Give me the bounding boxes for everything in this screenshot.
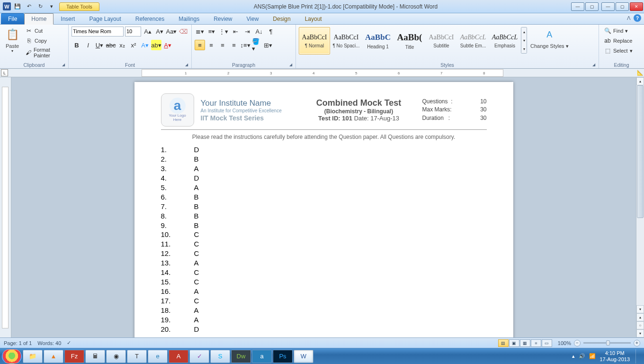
vertical-scrollbar[interactable]: ▴ ▾ ▴ ○ ▾ <box>636 77 644 337</box>
decrease-indent-button[interactable]: ⇤ <box>230 26 241 36</box>
save-button[interactable]: 💾 <box>13 2 22 11</box>
highlight-button[interactable]: ab▾ <box>151 40 161 50</box>
change-styles-button[interactable]: A Change Styles ▾ <box>528 26 571 50</box>
tab-layout[interactable]: Layout <box>298 13 329 24</box>
proofing-icon[interactable]: ✓ <box>67 340 71 346</box>
web-layout-view[interactable]: ▦ <box>520 339 530 347</box>
grow-font-button[interactable]: A▴ <box>143 26 153 36</box>
scroll-up-button[interactable]: ▴ <box>636 77 644 85</box>
paste-button[interactable]: 📋 Paste ▾ <box>3 26 22 54</box>
zoom-out-button[interactable]: − <box>574 340 581 346</box>
taskbar-filezilla[interactable]: Fz <box>64 350 84 363</box>
format-painter-button[interactable]: 🖌Format Painter <box>23 46 65 59</box>
taskbar-explorer[interactable]: 📁 <box>23 350 43 363</box>
find-button[interactable]: 🔍Find ▾ <box>602 26 635 36</box>
scroll-down-button[interactable]: ▾ <box>636 305 644 313</box>
doc-restore-button[interactable]: ▢ <box>585 2 599 11</box>
taskbar-app-a[interactable]: A <box>169 350 188 363</box>
tab-mailings[interactable]: Mailings <box>171 13 206 24</box>
line-spacing-button[interactable]: ↕≡▾ <box>240 40 250 50</box>
outline-view[interactable]: ≡ <box>531 339 541 347</box>
tab-review[interactable]: Review <box>206 13 239 24</box>
tray-show-hidden-icons[interactable]: ▴ <box>572 353 575 359</box>
select-browse-object[interactable]: ○ <box>636 321 644 329</box>
full-screen-view[interactable]: ▣ <box>509 339 519 347</box>
taskbar-dreamweaver[interactable]: Dw <box>231 350 251 363</box>
borders-button[interactable]: ⊞▾ <box>263 40 273 50</box>
vertical-ruler[interactable] <box>0 77 11 337</box>
clear-formatting-button[interactable]: ⌫ <box>178 26 188 36</box>
font-size-combo[interactable] <box>125 27 141 36</box>
draft-view[interactable]: ▭ <box>542 339 552 347</box>
browse-prev-button[interactable]: ▴ <box>636 313 644 321</box>
print-layout-view[interactable]: ▤ <box>498 339 509 347</box>
minimize-button[interactable]: — <box>601 2 615 11</box>
maximize-button[interactable]: ▢ <box>616 2 629 11</box>
show-hide-button[interactable]: ¶ <box>266 26 276 36</box>
zoom-slider-thumb[interactable] <box>606 340 610 346</box>
taskbar-app-blue[interactable]: a <box>252 350 272 363</box>
tab-file[interactable]: File <box>1 13 24 24</box>
justify-button[interactable]: ≡ <box>229 40 239 50</box>
style-normal[interactable]: AaBbCcI¶ Normal <box>299 27 330 55</box>
strikethrough-button[interactable]: abc <box>106 40 116 50</box>
clipboard-dialog-launcher[interactable]: ◢ <box>62 63 67 67</box>
taskbar-word[interactable]: W <box>294 350 313 363</box>
style-emphasis[interactable]: AaBbCcLEmphasis <box>489 27 520 55</box>
taskbar-vlc[interactable]: ▲ <box>44 350 63 363</box>
taskbar-calculator[interactable]: 🖩 <box>85 350 105 363</box>
copy-button[interactable]: ⎘Copy <box>23 36 65 46</box>
word-count[interactable]: Words: 40 <box>37 340 61 346</box>
taskbar-tally[interactable]: T <box>127 350 147 363</box>
zoom-in-button[interactable]: + <box>634 340 640 346</box>
taskbar-photoshop[interactable]: Ps <box>273 350 293 363</box>
undo-button[interactable]: ↶ <box>24 2 34 11</box>
text-effects-button[interactable]: A▾ <box>140 40 150 50</box>
paragraph-dialog-launcher[interactable]: ◢ <box>289 63 294 67</box>
page-scroll-area[interactable]: COPY a Your Logo Here Your Institute Nam… <box>11 77 636 337</box>
sort-button[interactable]: A↓ <box>254 26 264 36</box>
styles-dialog-launcher[interactable]: ◢ <box>592 63 597 67</box>
taskbar-skype[interactable]: S <box>210 350 230 363</box>
ruler-toggle[interactable]: 📐 <box>636 70 644 76</box>
taskbar-chrome[interactable]: ◉ <box>106 350 126 363</box>
change-case-button[interactable]: Aa▾ <box>166 26 177 36</box>
underline-button[interactable]: U▾ <box>94 40 105 50</box>
help-button[interactable]: ? <box>634 14 641 22</box>
tab-insert[interactable]: Insert <box>54 13 82 24</box>
qat-customize[interactable]: ▾ <box>47 2 56 11</box>
superscript-button[interactable]: x² <box>128 40 139 50</box>
bold-button[interactable]: B <box>72 40 82 50</box>
show-desktop-button[interactable] <box>635 349 640 364</box>
tray-clock[interactable]: 4:10 PM 17-Aug-2013 <box>599 350 630 362</box>
font-color-button[interactable]: A▾ <box>162 40 173 50</box>
subscript-button[interactable]: x₂ <box>117 40 127 50</box>
minimize-ribbon-button[interactable]: ᐱ <box>627 15 631 21</box>
tray-volume-icon[interactable]: 🔊 <box>579 353 585 359</box>
start-button[interactable] <box>2 349 22 364</box>
tab-design[interactable]: Design <box>266 13 297 24</box>
tab-references[interactable]: References <box>128 13 171 24</box>
italic-button[interactable]: I <box>83 40 93 50</box>
doc-minimize-button[interactable]: — <box>571 2 584 11</box>
align-right-button[interactable]: ≡ <box>217 40 228 50</box>
tab-selector[interactable]: L <box>1 69 8 76</box>
numbering-button[interactable]: ≡▾ <box>206 26 217 36</box>
bullets-button[interactable]: ≣▾ <box>195 26 205 36</box>
increase-indent-button[interactable]: ⇥ <box>242 26 252 36</box>
align-left-button[interactable]: ≡ <box>195 40 205 50</box>
style-heading-1[interactable]: AaBbCHeading 1 <box>362 27 394 55</box>
browse-next-button[interactable]: ▾ <box>636 329 644 337</box>
shading-button[interactable]: 🪣▾ <box>251 40 262 50</box>
tray-network-icon[interactable]: 📶 <box>589 353 596 359</box>
font-dialog-launcher[interactable]: ◢ <box>185 63 190 67</box>
styles-gallery-scroll[interactable]: ▴▾▾ <box>521 27 527 54</box>
tab-page-layout[interactable]: Page Layout <box>82 13 128 24</box>
multilevel-list-button[interactable]: ⋮▾ <box>218 26 229 36</box>
close-button[interactable]: ✕ <box>630 2 643 11</box>
redo-button[interactable]: ↻ <box>36 2 45 11</box>
horizontal-ruler[interactable]: 12345678 <box>142 69 503 77</box>
font-name-combo[interactable] <box>72 27 124 36</box>
tab-home[interactable]: Home <box>24 13 54 25</box>
page-indicator[interactable]: Page: 1 of 1 <box>4 340 32 346</box>
